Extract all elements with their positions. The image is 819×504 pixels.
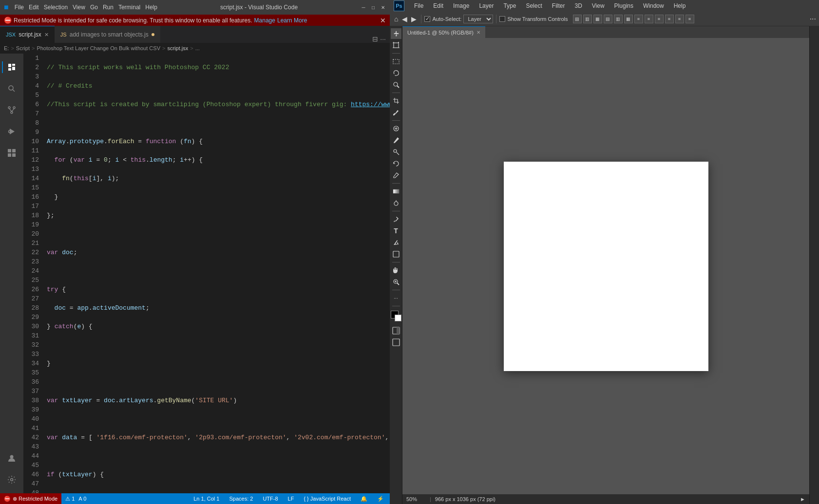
ps-tab-untitled[interactable]: Untitled-1 @ 50% (RGB/8#) ✕ [402, 26, 485, 38]
ps-tool-dodge[interactable] [391, 198, 401, 208]
statusbar-language[interactable]: { } JavaScript React [302, 496, 353, 502]
ps-distribute-right[interactable]: ≡ [655, 15, 664, 23]
ps-distribute-top[interactable]: ≡ [665, 15, 674, 23]
tab-add-images[interactable]: JS add images to smart objects.js [55, 26, 160, 43]
more-tabs-icon[interactable]: ··· [380, 35, 386, 43]
ps-canvas-size[interactable]: 966 px x 1036 px (72 ppi) [435, 496, 495, 502]
breadcrumb-folder[interactable]: Photoshop Text Layer Change On Bulk with… [37, 45, 160, 51]
ps-menu-help[interactable]: Help [672, 1, 688, 10]
ps-align-right[interactable]: ▦ [593, 15, 602, 23]
split-editor-icon[interactable]: ⊟ [372, 35, 378, 43]
ps-menu-filter[interactable]: Filter [550, 1, 567, 10]
ps-menu-layer[interactable]: Layer [477, 1, 495, 10]
ps-menu-view[interactable]: View [590, 1, 607, 10]
ps-menu-window[interactable]: Window [641, 1, 666, 10]
activity-source-control[interactable] [2, 100, 21, 120]
ps-align-center-v[interactable]: ▥ [614, 15, 623, 23]
minimize-button[interactable]: ─ [361, 4, 366, 10]
ps-tool-path-selection[interactable] [391, 237, 401, 248]
ps-nav-forward[interactable]: ▶ [410, 15, 418, 23]
ps-tool-lasso[interactable] [391, 68, 401, 78]
ps-tool-pen[interactable] [391, 214, 401, 224]
statusbar-restricted-mode[interactable]: ⛔ ⊗ Restricted Mode [0, 493, 61, 504]
ps-tool-gradient[interactable] [391, 186, 401, 197]
ps-tool-eraser[interactable] [391, 170, 401, 181]
activity-explorer[interactable] [2, 57, 21, 77]
breadcrumb-drive[interactable]: E: [4, 45, 9, 51]
statusbar-feedback-icon[interactable]: 🔔 [359, 496, 369, 502]
ps-tab-close[interactable]: ✕ [476, 30, 480, 35]
ps-background-color[interactable] [395, 315, 401, 321]
ps-tool-more[interactable]: ··· [391, 293, 401, 303]
maximize-button[interactable]: □ [370, 4, 376, 10]
manage-link[interactable]: Manage [254, 17, 275, 24]
statusbar-remote-icon[interactable]: ⚡ [375, 496, 386, 502]
ps-align-bottom[interactable]: ▦ [624, 15, 633, 23]
menu-file[interactable]: File [15, 4, 24, 11]
ps-tool-marquee[interactable] [391, 56, 401, 67]
menu-terminal[interactable]: Terminal [118, 4, 140, 11]
ps-distribute-left[interactable]: ≡ [634, 15, 643, 23]
ps-transform-checkbox[interactable] [499, 16, 505, 22]
ps-align-top[interactable]: ▤ [604, 15, 612, 23]
ps-quick-mask[interactable] [391, 325, 401, 336]
ps-menu-image[interactable]: Image [451, 1, 471, 10]
ps-layer-dropdown[interactable]: Layer Group [463, 15, 493, 23]
statusbar-warnings[interactable]: A 0 [78, 496, 86, 502]
ps-tool-clone[interactable] [391, 147, 401, 157]
statusbar-errors[interactable]: ⚠ 1 [65, 496, 75, 502]
ps-autoselect-checkbox[interactable]: ✓ [424, 16, 430, 22]
learn-more-link[interactable]: Learn More [277, 17, 307, 24]
breadcrumb-more[interactable]: ... [195, 45, 200, 51]
statusbar-line-ending[interactable]: LF [286, 496, 296, 502]
menu-selection[interactable]: Selection [44, 4, 68, 11]
menu-edit[interactable]: Edit [29, 4, 39, 11]
banner-close-button[interactable]: ✕ [380, 17, 386, 24]
ps-menu-select[interactable]: Select [524, 1, 544, 10]
statusbar-encoding[interactable]: UTF-8 [261, 496, 280, 502]
menu-run[interactable]: Run [103, 4, 114, 11]
ps-nav-home[interactable]: ⌂ [393, 15, 400, 23]
ps-canvas-scroll[interactable] [402, 38, 809, 494]
ps-zoom-level[interactable]: 50% [406, 496, 426, 502]
breadcrumb-script[interactable]: Script [16, 45, 30, 51]
ps-menu-file[interactable]: File [412, 1, 425, 10]
ps-tool-eyedropper[interactable] [391, 107, 401, 118]
ps-tool-zoom[interactable] [391, 277, 401, 287]
activity-account[interactable] [2, 448, 21, 468]
ps-screen-mode[interactable] [391, 337, 401, 348]
ps-tool-crop[interactable] [391, 95, 401, 106]
ps-color-swatches[interactable] [391, 311, 401, 321]
tab-script-jsx[interactable]: JSX script.jsx ✕ [0, 26, 55, 43]
ps-menu-edit[interactable]: Edit [431, 1, 445, 10]
statusbar-spaces[interactable]: Spaces: 2 [227, 496, 255, 502]
ps-tool-history-brush[interactable] [391, 158, 401, 169]
ps-tool-spot-healing[interactable] [391, 123, 401, 134]
ps-options-more[interactable]: ··· [810, 15, 816, 23]
ps-nav-back[interactable]: ◀ [400, 15, 409, 23]
activity-run-debug[interactable] [2, 122, 21, 141]
tab-close-script[interactable]: ✕ [44, 32, 49, 38]
ps-tool-text[interactable]: T [391, 225, 401, 236]
code-editor[interactable]: // This script works well with Photoshop… [43, 54, 390, 493]
menu-go[interactable]: Go [90, 4, 98, 11]
ps-align-left[interactable]: ▤ [573, 15, 582, 23]
ps-statusbar-arrow[interactable]: ► [800, 496, 805, 502]
ps-distribute-bottom[interactable]: ≡ [686, 15, 694, 23]
ps-menu-type[interactable]: Type [501, 1, 518, 10]
statusbar-line-col[interactable]: Ln 1, Col 1 [191, 496, 221, 502]
ps-tool-brush[interactable] [391, 135, 401, 146]
ps-menu-plugins[interactable]: Plugins [612, 1, 635, 10]
ps-tool-quick-select[interactable] [391, 79, 401, 90]
ps-distribute-h[interactable]: ≡ [645, 15, 653, 23]
activity-search[interactable] [2, 79, 21, 98]
close-button[interactable]: ✕ [380, 4, 386, 10]
menu-help[interactable]: Help [145, 4, 157, 11]
ps-tool-hand[interactable] [391, 265, 401, 276]
menu-view[interactable]: View [73, 4, 85, 11]
activity-settings[interactable] [2, 470, 21, 489]
ps-tool-artboard[interactable] [391, 40, 401, 51]
ps-menu-3d[interactable]: 3D [572, 1, 584, 10]
ps-align-center-h[interactable]: ▥ [583, 15, 592, 23]
breadcrumb-file[interactable]: script.jsx [167, 45, 188, 51]
